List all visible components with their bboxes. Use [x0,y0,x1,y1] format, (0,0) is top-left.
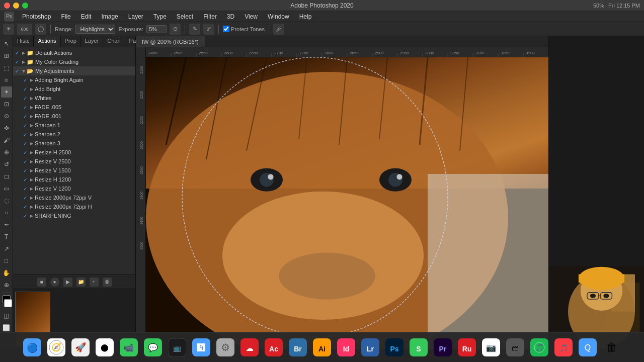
document-tab[interactable]: IW @ 200% (RGB/16*) [136,36,205,47]
action-group-my-adjustments[interactable]: ✓ ▶ 📂 My Adjustments [13,66,135,75]
blur-tool[interactable]: ◌ [1,195,12,206]
dock-sketchbook[interactable]: S [408,336,430,358]
menu-edit[interactable]: Edit [77,12,96,21]
pen-tool[interactable]: ✒ [1,219,12,230]
exposure-slider-icon[interactable]: ⊖ [170,24,181,35]
action-add-bright[interactable]: ✓ ▶ Add Bright [13,84,135,94]
dock-trash[interactable]: 🗑 [601,336,623,358]
dock-rush[interactable]: Ru [456,336,478,358]
crop-tool[interactable]: ⊡ [1,99,12,110]
action-fade-001[interactable]: ✓ ▶ FADE .001 [13,112,135,121]
dock-bridge[interactable]: Br [287,336,309,358]
dock-app-store[interactable]: 🅰 [190,336,212,358]
dock-apple-tv[interactable]: 📺 [166,336,188,358]
minimize-button[interactable] [13,3,19,9]
dock-indesign[interactable]: Id [335,336,357,358]
dock-acrobat[interactable]: Ac [263,336,285,358]
artboard-tool[interactable]: ⊞ [1,50,12,61]
dock-messages[interactable]: 💬 [142,336,164,358]
pressure-icon[interactable]: 🖊 [273,24,284,35]
background-color[interactable] [4,299,12,307]
stop-button[interactable]: ■ [37,278,46,287]
tab-channels[interactable]: Chan [103,36,125,47]
dock-photos[interactable]: 📷 [480,336,502,358]
play-button[interactable]: ▶ [63,278,72,287]
hand-tool[interactable]: ✋ [1,267,12,279]
create-set-button[interactable]: 📁 [76,278,86,287]
airbrush-toggle[interactable]: ✎ [189,24,200,35]
traffic-lights[interactable] [4,3,28,9]
exposure-input[interactable] [146,25,167,33]
dock-lightroom[interactable]: Lr [359,336,381,358]
action-resize-2000v[interactable]: ✓ ▶ Resize 2000px 72ppi V [13,193,135,202]
canvas-wrapper[interactable]: 2450 2500 2550 2600 2650 2700 2750 2800 … [136,47,548,349]
marquee-tool[interactable]: ⬚ [1,62,12,73]
create-action-button[interactable]: + [90,278,99,287]
tab-history[interactable]: Histc [13,36,34,47]
menu-image[interactable]: Image [97,12,122,21]
action-sharpen-2[interactable]: ✓ ▶ Sharpen 2 [13,130,135,139]
record-button[interactable]: ● [50,278,59,287]
action-resize-v-2500[interactable]: ✓ ▶ Resize V 2500 [13,157,135,166]
lasso-tool[interactable]: ⌾ [1,74,12,85]
menu-window[interactable]: Window [264,12,293,21]
dock-premiere[interactable]: Pr [432,336,454,358]
menu-filter[interactable]: Filter [199,12,221,21]
dock-memory-cleaner[interactable]: 🗃 [504,336,526,358]
quick-select-tool[interactable]: ✦ [1,86,12,98]
shape-tool[interactable]: □ [1,255,12,266]
dock-launchpad[interactable]: 🚀 [69,336,92,358]
gradient-tool[interactable]: ▭ [1,183,12,194]
menu-select[interactable]: Select [173,12,197,21]
tab-actions[interactable]: Actions [34,36,60,47]
menu-3d[interactable]: 3D [223,12,238,21]
action-sharpen-1[interactable]: ✓ ▶ Sharpen 1 [13,121,135,130]
brush-tool[interactable]: 🖌 [1,135,12,146]
history-brush-tool[interactable]: ↺ [1,159,12,170]
protect-tones-checkbox[interactable] [223,26,229,32]
dock-finder[interactable]: 🔵 [21,336,43,358]
dock-quicken[interactable]: Q [577,336,599,358]
range-select[interactable]: Highlights Midtones Shadows [75,25,115,34]
action-fade-005[interactable]: ✓ ▶ FADE .005 [13,103,135,112]
menu-help[interactable]: Help [295,12,316,21]
dock-music[interactable]: 🎵 [552,336,575,358]
quick-mask-toggle[interactable]: ◫ [1,310,12,321]
action-resize-h-2500[interactable]: ✓ ▶ Resize H 2500 [13,148,135,157]
menu-file[interactable]: File [57,12,74,21]
image-canvas[interactable] [146,57,548,349]
dock-creative-cloud[interactable]: ☁ [238,336,261,358]
eyedropper-tool[interactable]: ⊙ [1,111,12,122]
menu-photoshop[interactable]: Photoshop [18,12,55,21]
action-whites[interactable]: ✓ ▶ Whites [13,94,135,103]
menu-type[interactable]: Type [149,12,171,21]
dock-photoshop[interactable]: Ps [383,336,406,358]
dock-chrome[interactable]: ⬤ [94,336,116,358]
action-sharpening[interactable]: ✓ ▶ SHARPENING [13,211,135,220]
brush-hardness-icon[interactable]: ◯ [35,24,46,35]
move-tool[interactable]: ↖ [1,38,12,49]
menu-view[interactable]: View [240,12,262,21]
action-resize-v-1500[interactable]: ✓ ▶ Resize V 1500 [13,166,135,175]
dodge-tool[interactable]: ○ [1,207,12,218]
delete-button[interactable]: 🗑 [103,278,112,287]
menu-layer[interactable]: Layer [124,12,147,21]
zoom-tool[interactable]: ⊕ [1,280,12,291]
action-adding-bright-again[interactable]: ✓ ▶ Adding Bright Again [13,75,135,84]
eraser-tool[interactable]: ◻ [1,171,12,182]
close-button[interactable] [4,3,10,9]
action-group-default[interactable]: ✓ ▶ 📁 Default Actions [13,48,135,57]
action-resize-2000h[interactable]: ✓ ▶ Resize 2000px 72ppi H [13,202,135,211]
brush-size-icon[interactable]: 600 [17,24,32,35]
action-sharpen-3[interactable]: ✓ ▶ Sharpen 3 [13,139,135,148]
healing-brush-tool[interactable]: ✜ [1,123,12,134]
clone-stamp-tool[interactable]: ⊕ [1,147,12,158]
dock-system-prefs[interactable]: ⚙ [214,336,236,358]
dock-spotify[interactable]: 🎵 [528,336,550,358]
action-resize-v-1200[interactable]: ✓ ▶ Resize V 1200 [13,184,135,193]
dock-facetime[interactable]: 📹 [118,336,140,358]
tab-properties[interactable]: Prop [61,36,81,47]
dock-illustrator[interactable]: Ai [311,336,333,358]
action-resize-h-1200[interactable]: ✓ ▶ Resize H 1200 [13,175,135,184]
tab-layer[interactable]: Layer [81,36,104,47]
